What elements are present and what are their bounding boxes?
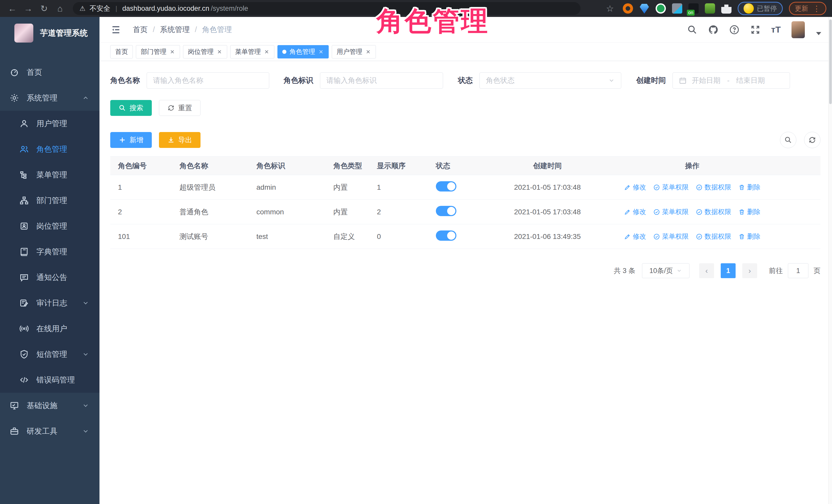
url-host[interactable]: dashboard.yudao.iocoder.cn [122,5,209,12]
tab-close-icon[interactable] [217,49,222,55]
tab-menus[interactable]: 菜单管理 [230,45,274,58]
reset-button[interactable]: 重置 [159,100,201,116]
sidebar-item-posts[interactable]: 岗位管理 [0,213,100,239]
delete-link[interactable]: 删除 [738,207,760,216]
profile-paused-pill[interactable]: 已暂停 [738,2,783,15]
delete-link[interactable]: 删除 [738,232,760,241]
home-icon[interactable]: ⌂ [53,2,67,15]
plus-icon [119,136,126,143]
status-toggle-on[interactable] [436,206,457,216]
data-permission-link[interactable]: 数据权限 [696,232,731,241]
security-label[interactable]: 不安全 [89,4,110,13]
sidebar-collapse-icon[interactable] [110,25,122,35]
sidebar-item-system[interactable]: 系统管理 [0,85,100,111]
data-permission-label: 数据权限 [705,207,731,216]
extension-orange-icon[interactable] [623,3,633,14]
menu-permission-link[interactable]: 菜单权限 [653,207,689,216]
cell-sort: 0 [369,224,423,249]
end-date-placeholder[interactable]: 结束日期 [736,76,765,85]
edit-link[interactable]: 修改 [624,232,646,241]
url-path[interactable]: /system/role [211,5,248,12]
sidebar-item-dev-tools[interactable]: 研发工具 [0,418,100,444]
reload-icon[interactable]: ↻ [37,2,51,15]
check-circle-icon [653,184,660,191]
sidebar-item-roles[interactable]: 角色管理 [0,136,100,162]
sidebar-item-online-users[interactable]: 在线用户 [0,316,100,342]
sidebar-item-dict[interactable]: 字典管理 [0,239,100,265]
delete-link[interactable]: 删除 [738,183,760,192]
help-icon[interactable] [729,25,739,35]
role-name-input[interactable] [153,76,263,85]
extension-green-check-icon[interactable] [656,3,666,14]
sidebar-item-menus[interactable]: 菜单管理 [0,162,100,188]
tab-roles-active[interactable]: 角色管理 [278,45,329,58]
tab-label: 部门管理 [141,47,166,56]
back-icon[interactable]: ← [6,2,19,15]
tab-home[interactable]: 首页 [110,45,133,58]
search-icon[interactable] [687,25,697,35]
tab-close-icon[interactable] [264,49,269,55]
sidebar-item-home[interactable]: 首页 [0,59,100,85]
sidebar-item-users[interactable]: 用户管理 [0,111,100,136]
menu-permission-link[interactable]: 菜单权限 [653,183,689,192]
users-icon [20,144,29,154]
fullscreen-icon[interactable] [750,25,760,35]
tab-close-icon[interactable] [365,49,371,55]
font-size-icon[interactable]: ᴛT [771,25,781,35]
scrollbar-thumb[interactable] [829,20,832,104]
app-logo-row[interactable]: 芋道管理系统 [0,17,100,50]
refresh-table-button[interactable] [804,132,821,148]
sidebar-item-audit-log[interactable]: 审计日志 [0,290,100,316]
tab-users[interactable]: 用户管理 [332,45,376,58]
browser-menu-icon[interactable]: ⋮ [813,4,821,13]
tab-close-icon[interactable] [170,49,175,55]
caret-down-icon[interactable] [816,32,821,35]
role-key-input[interactable] [327,76,437,85]
sidebar-item-notice[interactable]: 通知公告 [0,265,100,290]
tab-posts[interactable]: 岗位管理 [183,45,227,58]
edit-link[interactable]: 修改 [624,183,646,192]
export-button[interactable]: 导出 [159,132,201,148]
forward-icon[interactable]: → [22,2,35,15]
sidebar-item-sms[interactable]: 短信管理 [0,342,100,367]
puzzle-icon[interactable] [721,3,731,14]
extension-grid-icon[interactable] [672,3,682,14]
data-permission-link[interactable]: 数据权限 [696,183,731,192]
prev-page-button[interactable]: ‹ [699,263,714,278]
next-page-button[interactable]: › [742,263,757,278]
bookmark-star-icon[interactable]: ☆ [603,2,617,15]
date-range-picker[interactable]: 开始日期 - 结束日期 [673,72,790,89]
breadcrumb-home[interactable]: 首页 [133,25,148,35]
cell-status [423,224,472,249]
status-toggle-on[interactable] [436,181,457,191]
chevron-up-icon [82,94,89,102]
page-size-select[interactable]: 10条/页 [642,263,690,278]
search-button[interactable]: 搜索 [110,100,152,116]
toggle-search-button[interactable] [780,132,796,148]
sidebar-item-infra[interactable]: 基础设施 [0,393,100,418]
goto-page-input[interactable] [788,263,808,278]
menu-permission-link[interactable]: 菜单权限 [653,232,689,241]
current-page-button[interactable]: 1 [721,263,735,278]
add-button[interactable]: 新增 [110,132,152,148]
start-date-placeholder[interactable]: 开始日期 [692,76,721,85]
sidebar-item-departments[interactable]: 部门管理 [0,188,100,213]
avatar[interactable] [791,21,805,38]
sidebar-item-error-codes[interactable]: 错误码管理 [0,367,100,393]
address-bar[interactable]: ⚠ 不安全 | dashboard.yudao.iocoder.cn/syste… [73,2,580,15]
browser-update-button[interactable]: 更新 ⋮ [789,2,826,15]
data-permission-link[interactable]: 数据权限 [696,207,731,216]
edit-link[interactable]: 修改 [624,207,646,216]
status-select[interactable]: 角色状态 [479,72,621,89]
status-toggle-on[interactable] [436,231,457,241]
github-icon[interactable] [708,25,719,35]
extension-terminal-icon[interactable]: on [688,3,699,14]
col-role-type: 角色类型 [326,157,369,175]
extension-avatar-green-icon[interactable] [705,3,715,14]
page-scrollbar[interactable] [828,17,832,504]
breadcrumb-system[interactable]: 系统管理 [160,25,190,35]
tab-departments[interactable]: 部门管理 [136,45,180,58]
tab-close-icon[interactable] [318,49,324,55]
role-name-input-wrap [147,72,269,89]
extension-pin-icon[interactable] [639,3,649,14]
